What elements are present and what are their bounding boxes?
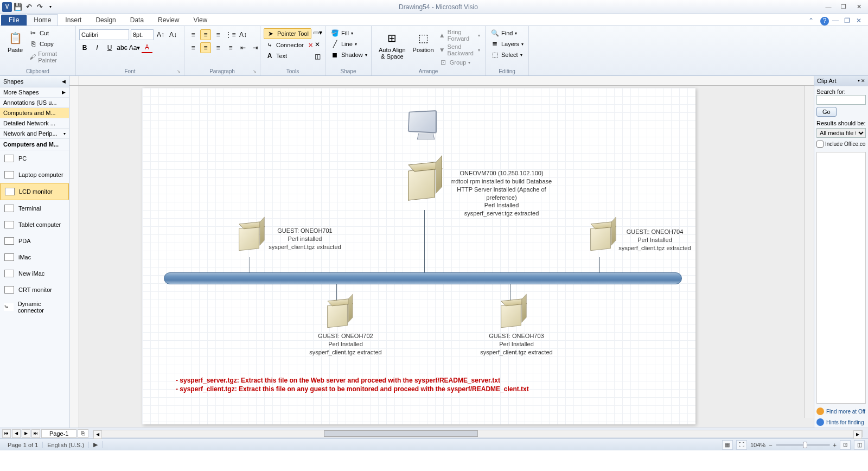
shadow-button[interactable]: ◼Shadow▾ — [329, 50, 369, 60]
ribbon-minimize-icon[interactable]: ⌃ — [808, 17, 817, 26]
pan-zoom-icon[interactable]: ◫ — [854, 440, 865, 450]
select-button[interactable]: ⬚Select▾ — [489, 50, 524, 60]
paste-button[interactable]: 📋 Paste — [3, 27, 27, 55]
hscroll-right-icon[interactable]: ▶ — [853, 430, 862, 439]
macro-icon[interactable]: ▶ — [89, 441, 103, 448]
shape-pda[interactable]: PDA — [0, 233, 69, 249]
zoom-in-icon[interactable]: + — [833, 442, 837, 448]
shapes-header[interactable]: Shapes ◀ — [0, 76, 69, 87]
stencil-detailed-network[interactable]: Detailed Network ... — [0, 118, 69, 129]
align-left-icon[interactable]: ≡ — [188, 42, 199, 53]
doc-minimize-icon[interactable]: — — [832, 17, 841, 26]
align-bottom-icon[interactable]: ≡ — [213, 29, 224, 40]
clipart-go-button[interactable]: Go — [816, 107, 837, 117]
font-color-button[interactable]: A — [142, 42, 152, 53]
font-size-combo[interactable] — [131, 29, 154, 40]
align-top-icon[interactable]: ≡ — [188, 29, 199, 40]
fit-page-icon[interactable]: ⊡ — [840, 440, 851, 450]
fill-button[interactable]: 🪣Fill▾ — [329, 28, 355, 38]
tab-data[interactable]: Data — [123, 14, 151, 26]
view-fullscreen-icon[interactable]: ⛶ — [736, 440, 747, 450]
bullets-icon[interactable]: ⋮≡ — [225, 29, 236, 40]
page-last-icon[interactable]: ⏭ — [31, 429, 40, 438]
shape-new-imac[interactable]: New iMac — [0, 265, 69, 282]
case-button[interactable]: Aa▾ — [129, 42, 140, 53]
shape-laptop[interactable]: Laptop computer — [0, 167, 69, 183]
page-tab-1[interactable]: Page-1 — [41, 429, 76, 438]
tab-file[interactable]: File — [1, 15, 27, 26]
minimize-button[interactable]: — — [821, 2, 835, 12]
canvas[interactable]: ONEOVM700 (10.250.102.100) rrdtool rpm i… — [69, 76, 814, 428]
increase-font-icon[interactable]: A↑ — [155, 29, 166, 40]
include-office-checkbox[interactable]: Include Office.co — [816, 141, 866, 148]
position-button[interactable]: ⬚ Position — [410, 27, 437, 55]
align-justify-icon[interactable]: ≡ — [225, 42, 236, 53]
close-button[interactable]: ✕ — [852, 2, 866, 12]
more-shapes[interactable]: More Shapes ▶ — [0, 87, 69, 98]
align-center-icon[interactable]: ≡ — [200, 42, 211, 53]
crop-tool-icon[interactable]: ◫ — [312, 51, 323, 62]
zoom-level[interactable]: 104% — [750, 442, 765, 448]
help-icon[interactable]: ? — [820, 17, 829, 26]
stencil-network-periph[interactable]: Network and Perip... ▾ — [0, 129, 69, 139]
save-icon[interactable]: 💾 — [13, 2, 23, 12]
line-button[interactable]: ╱Line▾ — [329, 39, 359, 49]
shape-terminal[interactable]: Terminal — [0, 200, 69, 217]
page-first-icon[interactable]: ⏮ — [2, 429, 11, 438]
server-guest1[interactable] — [235, 224, 268, 263]
canvas-viewport[interactable]: ONEOVM700 (10.250.102.100) rrdtool rpm i… — [79, 86, 814, 428]
text-direction-icon[interactable]: A↕ — [238, 29, 248, 40]
align-middle-icon[interactable]: ≡ — [200, 29, 211, 40]
vertical-scrollbar[interactable] — [804, 86, 814, 418]
rectangle-tool-icon[interactable]: ▭▾ — [312, 27, 323, 38]
align-right-icon[interactable]: ≡ — [213, 42, 224, 53]
undo-icon[interactable]: ↶ — [24, 2, 34, 12]
tab-home[interactable]: Home — [27, 14, 58, 26]
new-page-button[interactable]: ⎘ — [78, 429, 88, 438]
tab-insert[interactable]: Insert — [58, 14, 88, 26]
doc-restore-icon[interactable]: ❐ — [844, 17, 853, 26]
find-button[interactable]: 🔍Find▾ — [489, 28, 519, 38]
shape-lcd-monitor[interactable]: LCD monitor — [0, 183, 69, 200]
underline-button[interactable]: U — [104, 42, 115, 53]
shape-imac[interactable]: iMac — [0, 249, 69, 265]
zoom-out-icon[interactable]: − — [769, 442, 772, 448]
doc-close-icon[interactable]: ✕ — [856, 17, 865, 26]
text-tool-button[interactable]: AText — [264, 51, 289, 61]
clipart-dropdown-icon[interactable]: ▾ — [858, 78, 860, 84]
horizontal-scrollbar[interactable]: ◀ ▶ — [93, 430, 863, 437]
increase-indent-icon[interactable]: ⇥ — [250, 42, 261, 53]
status-lang[interactable]: English (U.S.) — [43, 442, 89, 448]
autoalign-button[interactable]: ⊞ Auto Align & Space — [375, 27, 410, 62]
shape-dynamic-connector[interactable]: ⤷Dynamic connector — [0, 298, 69, 316]
page-next-icon[interactable]: ▶ — [22, 429, 30, 438]
decrease-indent-icon[interactable]: ⇤ — [238, 42, 248, 53]
stencil-computers[interactable]: Computers and M... — [0, 108, 69, 118]
hscroll-thumb[interactable] — [324, 430, 477, 437]
cut-button[interactable]: ✂Cut — [27, 28, 72, 38]
monitor-shape[interactable] — [407, 111, 445, 143]
visio-icon[interactable]: V — [2, 2, 12, 12]
send-backward-button[interactable]: ▼Send Backward▾ — [437, 43, 482, 57]
page-prev-icon[interactable]: ◀ — [12, 429, 21, 438]
hints-link[interactable]: Hints for finding — [814, 417, 868, 428]
pointer-tool-button[interactable]: ➤Pointer Tool — [264, 28, 311, 39]
group-button[interactable]: ⊡Group▾ — [437, 58, 482, 67]
view-normal-icon[interactable]: ▦ — [722, 440, 733, 450]
qat-dropdown-icon[interactable]: ▾ — [46, 2, 55, 12]
shape-pc[interactable]: PC — [0, 150, 69, 167]
chevron-left-icon[interactable]: ◀ — [62, 79, 66, 84]
paragraph-dialog-launcher-icon[interactable]: ↘ — [253, 69, 258, 74]
layers-button[interactable]: ≣Layers▾ — [489, 39, 525, 49]
decrease-font-icon[interactable]: A↓ — [168, 29, 178, 40]
font-dialog-launcher-icon[interactable]: ↘ — [177, 69, 182, 74]
format-painter-button[interactable]: 🖌Format Painter — [27, 50, 72, 64]
hscroll-left-icon[interactable]: ◀ — [93, 430, 102, 439]
network-backbone[interactable] — [164, 272, 682, 284]
copy-button[interactable]: ⎘Copy — [27, 39, 72, 49]
tab-view[interactable]: View — [186, 14, 214, 26]
clipart-search-input[interactable] — [816, 95, 866, 105]
connector-button[interactable]: ⤷Connector✕ — [264, 40, 315, 50]
bring-forward-button[interactable]: ▲Bring Forward▾ — [437, 28, 482, 42]
tab-design[interactable]: Design — [88, 14, 123, 26]
